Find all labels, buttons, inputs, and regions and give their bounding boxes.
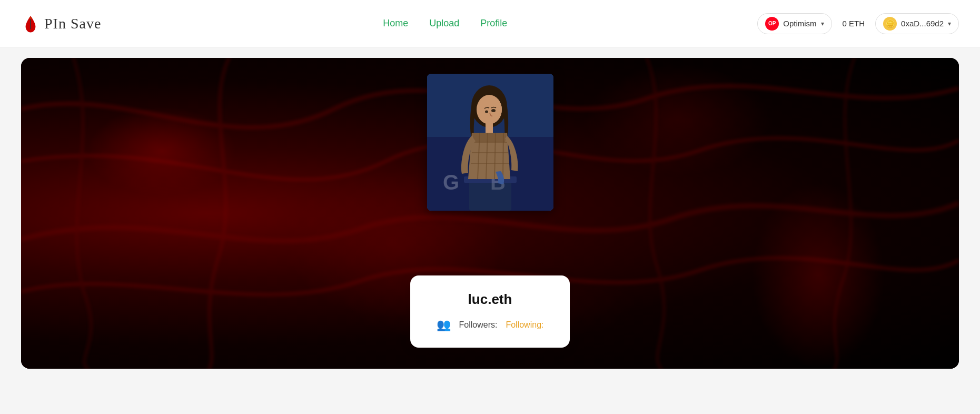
nav-profile[interactable]: Profile xyxy=(480,18,507,29)
svg-text:G: G xyxy=(443,171,459,194)
followers-label: Followers: xyxy=(459,320,498,330)
op-icon: OP xyxy=(765,17,779,31)
logo-drop-icon xyxy=(21,14,40,33)
network-chevron-icon: ▾ xyxy=(821,20,824,27)
wallet-chevron-icon: ▾ xyxy=(948,20,951,27)
nav-right: OP Optimism ▾ 0 ETH 🪙 0xaD...69d2 ▾ xyxy=(757,13,959,34)
navbar: PIn Save Home Upload Profile OP Optimism… xyxy=(0,0,980,47)
svg-line-14 xyxy=(503,133,503,179)
logo-text: PIn Save xyxy=(44,15,101,32)
profile-stats: 👥 Followers: Following: xyxy=(437,318,544,332)
svg-point-1 xyxy=(29,16,32,19)
profile-photo-container: G B xyxy=(427,74,553,211)
main-content: G B xyxy=(0,47,980,379)
following-label: Following: xyxy=(506,320,543,330)
nav-home[interactable]: Home xyxy=(383,18,408,29)
svg-rect-10 xyxy=(486,123,493,133)
svg-point-19 xyxy=(491,109,496,112)
eth-balance: 0 ETH xyxy=(840,19,867,28)
svg-point-18 xyxy=(479,96,502,123)
network-selector[interactable]: OP Optimism ▾ xyxy=(757,13,831,34)
profile-photo: G B xyxy=(427,74,553,211)
wallet-selector[interactable]: 🪙 0xaD...69d2 ▾ xyxy=(875,13,959,34)
nav-links: Home Upload Profile xyxy=(133,18,757,29)
profile-username: luc.eth xyxy=(437,291,544,308)
logo-link[interactable]: PIn Save xyxy=(21,14,101,33)
network-label: Optimism xyxy=(783,19,816,28)
wallet-address: 0xaD...69d2 xyxy=(901,19,944,28)
nav-upload[interactable]: Upload xyxy=(429,18,459,29)
svg-point-20 xyxy=(485,111,488,113)
profile-card: luc.eth 👥 Followers: Following: xyxy=(410,275,570,348)
users-icon: 👥 xyxy=(437,318,451,332)
profile-banner: G B xyxy=(21,58,959,369)
wallet-icon: 🪙 xyxy=(883,17,897,31)
